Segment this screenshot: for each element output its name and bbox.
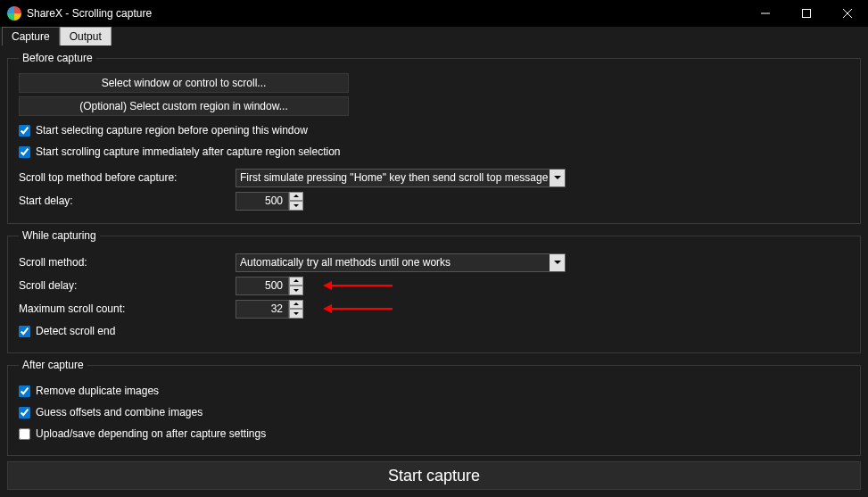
annotation-arrow-icon xyxy=(330,285,393,286)
start-delay-label: Start delay: xyxy=(19,195,236,207)
select-window-button[interactable]: Select window or control to scroll... xyxy=(19,73,349,93)
start-delay-input[interactable] xyxy=(236,192,289,211)
chk-remove-duplicate-images[interactable] xyxy=(19,385,30,397)
start-delay-spinner[interactable] xyxy=(236,192,303,211)
content-area: Before capture Select window or control … xyxy=(0,46,868,497)
after-capture-legend: After capture xyxy=(19,359,87,371)
tab-output[interactable]: Output xyxy=(60,27,112,46)
before-capture-group: Before capture Select window or control … xyxy=(7,52,861,224)
chk-remove-duplicate-images-label: Remove duplicate images xyxy=(36,385,159,397)
scroll-top-method-value: First simulate pressing "Home" key then … xyxy=(240,171,548,184)
max-scroll-count-spinner[interactable] xyxy=(236,300,303,319)
spinner-down-icon[interactable] xyxy=(289,286,303,295)
close-button[interactable] xyxy=(827,0,868,27)
chk-start-scrolling-immediately[interactable] xyxy=(19,146,30,158)
scroll-method-select[interactable]: Automatically try all methods until one … xyxy=(236,253,566,272)
scroll-delay-label: Scroll delay: xyxy=(19,279,236,292)
chevron-down-icon xyxy=(550,170,565,186)
annotation-arrow-icon xyxy=(330,308,393,310)
chk-upload-save-label: Upload/save depending on after capture s… xyxy=(36,427,266,440)
chk-detect-scroll-end[interactable] xyxy=(19,326,30,337)
select-region-button[interactable]: (Optional) Select custom region in windo… xyxy=(19,96,349,116)
spinner-down-icon[interactable] xyxy=(289,201,303,211)
chk-start-scrolling-immediately-label: Start scrolling capture immediately afte… xyxy=(36,145,341,158)
scroll-method-value: Automatically try all methods until one … xyxy=(240,256,451,269)
spinner-up-icon[interactable] xyxy=(289,277,303,286)
scroll-top-method-label: Scroll top method before capture: xyxy=(19,171,236,184)
minimize-button[interactable] xyxy=(745,0,786,27)
while-capturing-legend: While capturing xyxy=(19,229,100,242)
chk-start-selecting-region[interactable] xyxy=(19,125,30,137)
after-capture-group: After capture Remove duplicate images Gu… xyxy=(7,359,861,456)
scroll-delay-spinner[interactable] xyxy=(236,277,303,295)
scroll-method-label: Scroll method: xyxy=(19,256,236,269)
scroll-top-method-select[interactable]: First simulate pressing "Home" key then … xyxy=(236,169,566,187)
svg-rect-1 xyxy=(803,10,811,18)
tab-capture[interactable]: Capture xyxy=(2,27,60,46)
spinner-up-icon[interactable] xyxy=(289,300,303,310)
chk-upload-save[interactable] xyxy=(19,428,30,440)
chk-guess-offsets-label: Guess offsets and combine images xyxy=(36,406,203,418)
chk-guess-offsets[interactable] xyxy=(19,407,30,418)
before-capture-legend: Before capture xyxy=(19,52,96,64)
spinner-up-icon[interactable] xyxy=(289,192,303,202)
tabstrip: Capture Output xyxy=(0,27,868,46)
max-scroll-count-label: Maximum scroll count: xyxy=(19,302,236,315)
sharex-logo-icon xyxy=(7,6,21,21)
max-scroll-count-input[interactable] xyxy=(236,300,289,319)
chevron-down-icon xyxy=(550,254,565,271)
maximize-button[interactable] xyxy=(786,0,827,27)
chk-detect-scroll-end-label: Detect scroll end xyxy=(36,325,115,337)
chk-start-selecting-region-label: Start selecting capture region before op… xyxy=(36,124,308,137)
start-capture-button[interactable]: Start capture xyxy=(7,461,861,490)
window-title: ShareX - Scrolling capture xyxy=(27,7,152,20)
spinner-down-icon[interactable] xyxy=(289,309,303,319)
scroll-delay-input[interactable] xyxy=(236,277,289,295)
titlebar: ShareX - Scrolling capture xyxy=(0,0,868,27)
while-capturing-group: While capturing Scroll method: Automatic… xyxy=(7,229,861,353)
